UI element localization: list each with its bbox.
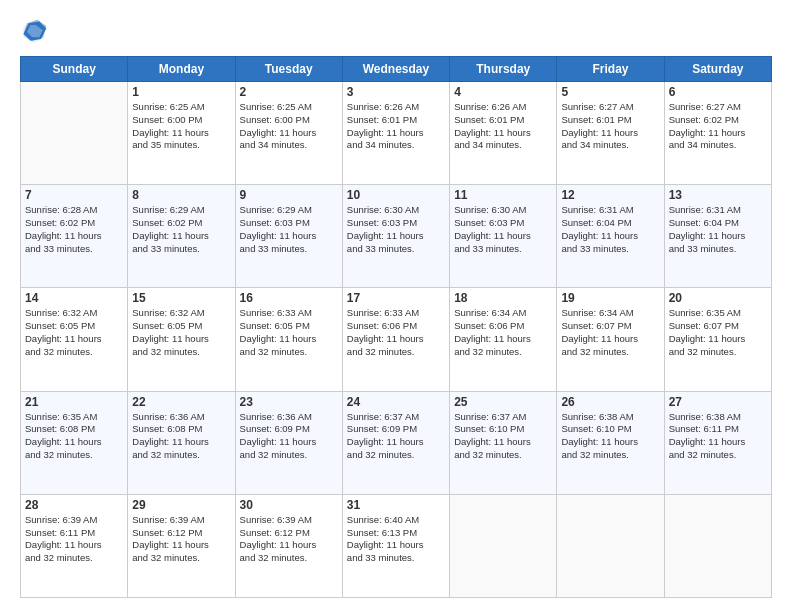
- day-number: 30: [240, 498, 338, 512]
- day-info: Sunrise: 6:27 AMSunset: 6:01 PMDaylight:…: [561, 101, 659, 152]
- day-number: 15: [132, 291, 230, 305]
- day-number: 17: [347, 291, 445, 305]
- day-info: Sunrise: 6:30 AMSunset: 6:03 PMDaylight:…: [454, 204, 552, 255]
- logo-icon: [20, 18, 48, 46]
- calendar-day-cell: 21Sunrise: 6:35 AMSunset: 6:08 PMDayligh…: [21, 391, 128, 494]
- day-number: 20: [669, 291, 767, 305]
- calendar-day-cell: 26Sunrise: 6:38 AMSunset: 6:10 PMDayligh…: [557, 391, 664, 494]
- calendar-week-row: 21Sunrise: 6:35 AMSunset: 6:08 PMDayligh…: [21, 391, 772, 494]
- day-info: Sunrise: 6:25 AMSunset: 6:00 PMDaylight:…: [240, 101, 338, 152]
- calendar-day-header: Monday: [128, 57, 235, 82]
- calendar-day-cell: 27Sunrise: 6:38 AMSunset: 6:11 PMDayligh…: [664, 391, 771, 494]
- day-number: 1: [132, 85, 230, 99]
- day-info: Sunrise: 6:33 AMSunset: 6:05 PMDaylight:…: [240, 307, 338, 358]
- day-info: Sunrise: 6:25 AMSunset: 6:00 PMDaylight:…: [132, 101, 230, 152]
- day-info: Sunrise: 6:32 AMSunset: 6:05 PMDaylight:…: [132, 307, 230, 358]
- day-number: 25: [454, 395, 552, 409]
- page: SundayMondayTuesdayWednesdayThursdayFrid…: [0, 0, 792, 612]
- calendar-day-cell: [21, 82, 128, 185]
- day-number: 19: [561, 291, 659, 305]
- day-number: 24: [347, 395, 445, 409]
- calendar-day-cell: 16Sunrise: 6:33 AMSunset: 6:05 PMDayligh…: [235, 288, 342, 391]
- calendar-day-header: Sunday: [21, 57, 128, 82]
- calendar-day-header: Friday: [557, 57, 664, 82]
- calendar-day-cell: 6Sunrise: 6:27 AMSunset: 6:02 PMDaylight…: [664, 82, 771, 185]
- day-number: 27: [669, 395, 767, 409]
- calendar-day-cell: 24Sunrise: 6:37 AMSunset: 6:09 PMDayligh…: [342, 391, 449, 494]
- day-number: 12: [561, 188, 659, 202]
- day-info: Sunrise: 6:39 AMSunset: 6:11 PMDaylight:…: [25, 514, 123, 565]
- calendar-day-cell: 10Sunrise: 6:30 AMSunset: 6:03 PMDayligh…: [342, 185, 449, 288]
- day-info: Sunrise: 6:40 AMSunset: 6:13 PMDaylight:…: [347, 514, 445, 565]
- calendar-day-cell: 17Sunrise: 6:33 AMSunset: 6:06 PMDayligh…: [342, 288, 449, 391]
- calendar-day-cell: [450, 494, 557, 597]
- day-number: 18: [454, 291, 552, 305]
- calendar-day-cell: 2Sunrise: 6:25 AMSunset: 6:00 PMDaylight…: [235, 82, 342, 185]
- calendar-day-cell: 29Sunrise: 6:39 AMSunset: 6:12 PMDayligh…: [128, 494, 235, 597]
- calendar-day-cell: 25Sunrise: 6:37 AMSunset: 6:10 PMDayligh…: [450, 391, 557, 494]
- day-number: 10: [347, 188, 445, 202]
- calendar-day-header: Thursday: [450, 57, 557, 82]
- day-number: 29: [132, 498, 230, 512]
- day-info: Sunrise: 6:39 AMSunset: 6:12 PMDaylight:…: [132, 514, 230, 565]
- day-number: 28: [25, 498, 123, 512]
- calendar-day-cell: 31Sunrise: 6:40 AMSunset: 6:13 PMDayligh…: [342, 494, 449, 597]
- day-info: Sunrise: 6:30 AMSunset: 6:03 PMDaylight:…: [347, 204, 445, 255]
- calendar-day-cell: 5Sunrise: 6:27 AMSunset: 6:01 PMDaylight…: [557, 82, 664, 185]
- day-number: 23: [240, 395, 338, 409]
- calendar-day-cell: 23Sunrise: 6:36 AMSunset: 6:09 PMDayligh…: [235, 391, 342, 494]
- day-number: 21: [25, 395, 123, 409]
- day-number: 22: [132, 395, 230, 409]
- day-info: Sunrise: 6:37 AMSunset: 6:09 PMDaylight:…: [347, 411, 445, 462]
- calendar-week-row: 7Sunrise: 6:28 AMSunset: 6:02 PMDaylight…: [21, 185, 772, 288]
- day-info: Sunrise: 6:31 AMSunset: 6:04 PMDaylight:…: [669, 204, 767, 255]
- day-number: 16: [240, 291, 338, 305]
- calendar-week-row: 1Sunrise: 6:25 AMSunset: 6:00 PMDaylight…: [21, 82, 772, 185]
- day-number: 26: [561, 395, 659, 409]
- calendar-day-cell: [664, 494, 771, 597]
- day-info: Sunrise: 6:36 AMSunset: 6:09 PMDaylight:…: [240, 411, 338, 462]
- day-number: 3: [347, 85, 445, 99]
- logo: [20, 18, 54, 46]
- calendar-day-cell: 3Sunrise: 6:26 AMSunset: 6:01 PMDaylight…: [342, 82, 449, 185]
- calendar-header-row: SundayMondayTuesdayWednesdayThursdayFrid…: [21, 57, 772, 82]
- calendar-day-cell: 15Sunrise: 6:32 AMSunset: 6:05 PMDayligh…: [128, 288, 235, 391]
- calendar-day-header: Tuesday: [235, 57, 342, 82]
- calendar-day-cell: 12Sunrise: 6:31 AMSunset: 6:04 PMDayligh…: [557, 185, 664, 288]
- day-info: Sunrise: 6:35 AMSunset: 6:07 PMDaylight:…: [669, 307, 767, 358]
- day-info: Sunrise: 6:28 AMSunset: 6:02 PMDaylight:…: [25, 204, 123, 255]
- day-number: 5: [561, 85, 659, 99]
- day-number: 11: [454, 188, 552, 202]
- day-info: Sunrise: 6:37 AMSunset: 6:10 PMDaylight:…: [454, 411, 552, 462]
- calendar-day-header: Wednesday: [342, 57, 449, 82]
- day-info: Sunrise: 6:33 AMSunset: 6:06 PMDaylight:…: [347, 307, 445, 358]
- calendar-day-cell: 7Sunrise: 6:28 AMSunset: 6:02 PMDaylight…: [21, 185, 128, 288]
- day-number: 8: [132, 188, 230, 202]
- day-info: Sunrise: 6:26 AMSunset: 6:01 PMDaylight:…: [347, 101, 445, 152]
- calendar-week-row: 28Sunrise: 6:39 AMSunset: 6:11 PMDayligh…: [21, 494, 772, 597]
- day-number: 6: [669, 85, 767, 99]
- day-number: 9: [240, 188, 338, 202]
- day-number: 2: [240, 85, 338, 99]
- header: [20, 18, 772, 46]
- day-info: Sunrise: 6:31 AMSunset: 6:04 PMDaylight:…: [561, 204, 659, 255]
- day-info: Sunrise: 6:27 AMSunset: 6:02 PMDaylight:…: [669, 101, 767, 152]
- calendar-day-cell: 8Sunrise: 6:29 AMSunset: 6:02 PMDaylight…: [128, 185, 235, 288]
- calendar-day-cell: 1Sunrise: 6:25 AMSunset: 6:00 PMDaylight…: [128, 82, 235, 185]
- calendar-day-cell: 9Sunrise: 6:29 AMSunset: 6:03 PMDaylight…: [235, 185, 342, 288]
- day-info: Sunrise: 6:32 AMSunset: 6:05 PMDaylight:…: [25, 307, 123, 358]
- day-info: Sunrise: 6:35 AMSunset: 6:08 PMDaylight:…: [25, 411, 123, 462]
- day-number: 14: [25, 291, 123, 305]
- calendar-day-cell: 20Sunrise: 6:35 AMSunset: 6:07 PMDayligh…: [664, 288, 771, 391]
- day-info: Sunrise: 6:26 AMSunset: 6:01 PMDaylight:…: [454, 101, 552, 152]
- day-number: 7: [25, 188, 123, 202]
- calendar-day-cell: 22Sunrise: 6:36 AMSunset: 6:08 PMDayligh…: [128, 391, 235, 494]
- day-info: Sunrise: 6:38 AMSunset: 6:11 PMDaylight:…: [669, 411, 767, 462]
- day-info: Sunrise: 6:29 AMSunset: 6:03 PMDaylight:…: [240, 204, 338, 255]
- day-number: 4: [454, 85, 552, 99]
- calendar-day-cell: 19Sunrise: 6:34 AMSunset: 6:07 PMDayligh…: [557, 288, 664, 391]
- calendar-week-row: 14Sunrise: 6:32 AMSunset: 6:05 PMDayligh…: [21, 288, 772, 391]
- day-info: Sunrise: 6:39 AMSunset: 6:12 PMDaylight:…: [240, 514, 338, 565]
- calendar-day-cell: [557, 494, 664, 597]
- day-info: Sunrise: 6:36 AMSunset: 6:08 PMDaylight:…: [132, 411, 230, 462]
